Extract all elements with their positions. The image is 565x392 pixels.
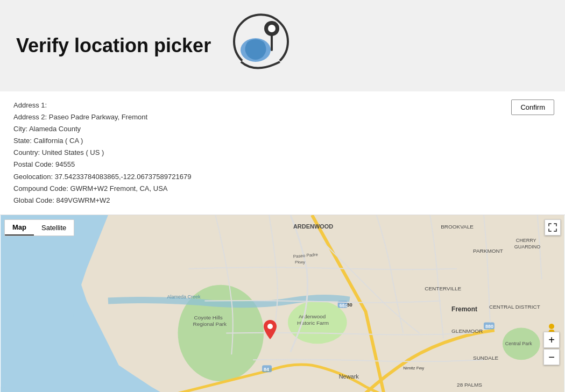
address-country: Country: United States ( US ) bbox=[13, 147, 552, 159]
svg-text:Nimitz Fwy: Nimitz Fwy bbox=[403, 366, 424, 370]
address-postal: Postal Code: 94555 bbox=[13, 159, 552, 170]
confirm-button[interactable]: Confirm bbox=[511, 99, 554, 115]
svg-point-2 bbox=[268, 25, 276, 32]
svg-text:680: 680 bbox=[340, 302, 348, 308]
address-line1: Address 1: bbox=[13, 99, 552, 111]
svg-text:PARKMONT: PARKMONT bbox=[473, 248, 503, 254]
location-picker-icon bbox=[226, 10, 296, 82]
svg-text:Pkwy: Pkwy bbox=[295, 260, 305, 265]
svg-text:28 PALMS: 28 PALMS bbox=[457, 382, 482, 388]
svg-text:Fremont: Fremont bbox=[451, 305, 477, 313]
page-title: Verify location picker bbox=[16, 34, 211, 57]
fullscreen-button[interactable] bbox=[545, 219, 561, 236]
svg-text:Regional Park: Regional Park bbox=[193, 321, 227, 327]
address-info-section: × Confirm Address 1: Address 2: Paseo Pa… bbox=[0, 91, 565, 215]
tab-satellite[interactable]: Satellite bbox=[34, 220, 74, 236]
svg-text:Alameda Creek: Alameda Creek bbox=[167, 294, 201, 299]
address-line2: Address 2: Paseo Padre Parkway, Fremont bbox=[13, 111, 552, 123]
zoom-out-button[interactable]: − bbox=[543, 349, 560, 365]
header-section: Verify location picker bbox=[0, 0, 565, 91]
map-marker bbox=[264, 320, 277, 341]
svg-text:ARDENWOOD: ARDENWOOD bbox=[293, 223, 333, 230]
address-global: Global Code: 849VGWRM+W2 bbox=[13, 195, 552, 206]
svg-text:CHERRY: CHERRY bbox=[516, 238, 536, 243]
svg-text:CENTERVILLE: CENTERVILLE bbox=[425, 285, 461, 291]
svg-text:Coyote Hills: Coyote Hills bbox=[194, 315, 222, 320]
svg-text:BROOKVALE: BROOKVALE bbox=[441, 224, 474, 230]
svg-text:CENTRAL DISTRICT: CENTRAL DISTRICT bbox=[489, 304, 540, 310]
svg-text:Central Park: Central Park bbox=[505, 341, 532, 346]
svg-text:GUARDINO: GUARDINO bbox=[514, 244, 540, 250]
map-canvas: Coyote Hills Regional Park Ardenwood His… bbox=[0, 215, 565, 392]
map-tabs: Map Satellite bbox=[4, 219, 74, 236]
map-section[interactable]: Map Satellite Coyote Hills Regional Park… bbox=[0, 215, 565, 392]
address-compound: Compound Code: GWRM+W2 Fremont, CA, USA bbox=[13, 183, 552, 195]
svg-text:GLENMOOR: GLENMOOR bbox=[451, 328, 483, 334]
svg-text:880: 880 bbox=[485, 324, 493, 329]
svg-text:SUNDALE: SUNDALE bbox=[473, 355, 498, 361]
address-geolocation: Geolocation: 37.54233784083865,-122.0673… bbox=[13, 171, 552, 183]
svg-text:Newark: Newark bbox=[339, 373, 359, 380]
address-state: State: California ( CA ) bbox=[13, 135, 552, 147]
tab-map[interactable]: Map bbox=[5, 220, 34, 236]
map-zoom-controls: + − bbox=[543, 332, 560, 365]
zoom-in-button[interactable]: + bbox=[543, 332, 560, 348]
svg-text:84: 84 bbox=[264, 367, 269, 372]
svg-point-44 bbox=[549, 324, 554, 329]
svg-point-43 bbox=[267, 324, 273, 329]
address-city: City: Alameda County bbox=[13, 123, 552, 135]
